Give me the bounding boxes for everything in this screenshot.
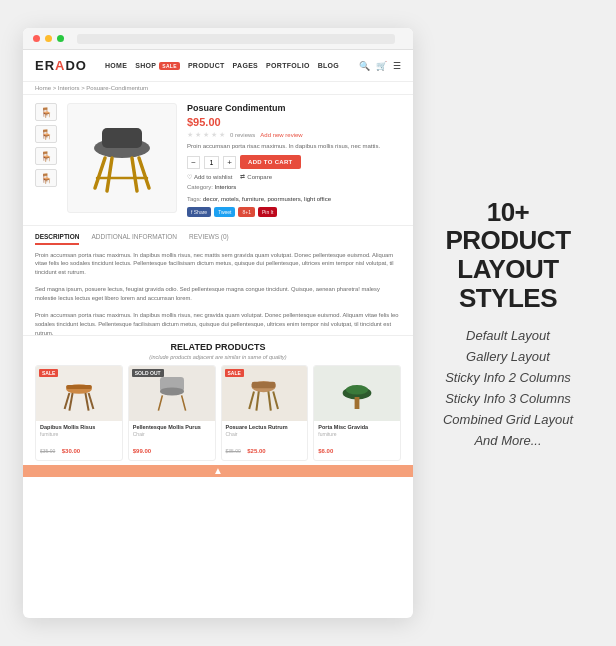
right-panel: 10+ PRODUCT LAYOUT STYLES Default Layout… bbox=[413, 178, 603, 468]
product-tags: Tags: decor, motels, furniture, poormust… bbox=[187, 195, 401, 205]
related-old-price-3: $35.00 bbox=[226, 448, 241, 454]
related-name-2: Pellentesque Mollis Purus bbox=[133, 424, 211, 431]
related-info-4: Porta Misc Gravida furniture $6.00 bbox=[314, 421, 400, 460]
main-nav: HOME SHOP SALE PRODUCT PAGES PORTFOLIO B… bbox=[105, 62, 349, 69]
browser-content: ERADO HOME SHOP SALE PRODUCT PAGES PORTF… bbox=[23, 50, 413, 618]
scroll-up-arrow[interactable]: ▲ bbox=[213, 465, 223, 476]
related-card-4[interactable]: Porta Misc Gravida furniture $6.00 bbox=[313, 365, 401, 461]
twitter-share[interactable]: Tweet bbox=[214, 207, 235, 217]
thumb-4[interactable]: 🪑 bbox=[35, 169, 57, 187]
thumb-2[interactable]: 🪑 bbox=[35, 125, 57, 143]
quantity-row: − 1 + ADD TO CART bbox=[187, 155, 401, 169]
pinterest-share[interactable]: Pin It bbox=[258, 207, 277, 217]
search-icon[interactable]: 🔍 bbox=[359, 61, 370, 71]
heart-icon: ♡ bbox=[187, 173, 192, 180]
category-value[interactable]: Interiors bbox=[215, 184, 237, 190]
nav-home[interactable]: HOME bbox=[105, 62, 127, 69]
sale-badge-3: SALE bbox=[225, 369, 244, 377]
logo-highlight: A bbox=[55, 58, 65, 73]
svg-line-3 bbox=[139, 158, 149, 188]
dot-yellow bbox=[45, 35, 52, 42]
breadcrumb: Home > Interiors > Posuare-Condimentum bbox=[23, 82, 413, 95]
related-img-2: SOLD OUT bbox=[129, 366, 215, 421]
browser-url-bar bbox=[77, 34, 395, 44]
add-to-cart-button[interactable]: ADD TO CART bbox=[240, 155, 301, 169]
compare-icon: ⇄ bbox=[240, 173, 245, 180]
tab-reviews[interactable]: REVIEWS (0) bbox=[189, 233, 229, 245]
svg-line-9 bbox=[64, 393, 69, 409]
svg-line-5 bbox=[132, 158, 137, 191]
nav-product[interactable]: PRODUCT bbox=[188, 62, 225, 69]
cart-icon[interactable]: 🛒 bbox=[376, 61, 387, 71]
related-card-3[interactable]: SALE Posuare Lectus Rutrum bbox=[221, 365, 309, 461]
qty-plus[interactable]: + bbox=[223, 156, 236, 169]
svg-rect-8 bbox=[66, 385, 92, 389]
nav-pages[interactable]: PAGES bbox=[233, 62, 259, 69]
breadcrumb-text: Home > Interiors > Posuare-Condimentum bbox=[35, 85, 148, 91]
product-info: Posuare Condimentum $95.00 ★ ★ ★ ★ ★ 0 r… bbox=[187, 103, 401, 217]
related-card-1[interactable]: SALE Dapibus Mollis Risus bbox=[35, 365, 123, 461]
related-price-row-4: $6.00 bbox=[318, 439, 396, 457]
product-category: Category: Interiors bbox=[187, 183, 401, 193]
add-review-link[interactable]: Add new review bbox=[260, 132, 302, 138]
tab-description[interactable]: DESCRIPTION bbox=[35, 233, 79, 245]
social-share-row: f Share Tweet 8+1 Pin It bbox=[187, 207, 401, 217]
svg-line-15 bbox=[158, 395, 162, 410]
related-product-svg-1 bbox=[55, 369, 103, 417]
related-info-2: Pellentesque Mollis Purus Chair $99.00 bbox=[129, 421, 215, 460]
related-name-3: Posuare Lectus Rutrum bbox=[226, 424, 304, 431]
related-subtitle2-3: Chair bbox=[226, 431, 304, 437]
sold-out-badge-2: SOLD OUT bbox=[132, 369, 164, 377]
product-title: Posuare Condimentum bbox=[187, 103, 401, 113]
google-plus-share[interactable]: 8+1 bbox=[238, 207, 254, 217]
related-product-svg-3 bbox=[242, 369, 286, 417]
wishlist-compare-row: ♡ Add to wishlist ⇄ Compare bbox=[187, 173, 401, 180]
shop-badge: SALE bbox=[159, 62, 180, 70]
headline: 10+ PRODUCT LAYOUT STYLES bbox=[423, 198, 593, 312]
related-price-row-2: $99.00 bbox=[133, 439, 211, 457]
review-count: 0 reviews bbox=[230, 132, 255, 138]
thumb-3[interactable]: 🪑 bbox=[35, 147, 57, 165]
add-to-wishlist[interactable]: ♡ Add to wishlist bbox=[187, 173, 232, 180]
dot-green bbox=[57, 35, 64, 42]
svg-line-21 bbox=[257, 391, 259, 410]
chair-svg bbox=[77, 113, 167, 203]
product-description: Proin accumsan porta risac maximus. In d… bbox=[187, 142, 401, 150]
nav-shop[interactable]: SHOP SALE bbox=[135, 62, 180, 69]
svg-rect-25 bbox=[355, 397, 360, 409]
star-4: ★ bbox=[211, 131, 217, 139]
related-price-2: $99.00 bbox=[133, 448, 151, 454]
star-2: ★ bbox=[195, 131, 201, 139]
site-footer: ▲ bbox=[23, 465, 413, 477]
product-rating: ★ ★ ★ ★ ★ 0 reviews Add new review bbox=[187, 131, 401, 139]
qty-minus[interactable]: − bbox=[187, 156, 200, 169]
related-card-2[interactable]: SOLD OUT Pellentesque Mollis Purus Chair bbox=[128, 365, 216, 461]
layout-item-5: Combined Grid Layout bbox=[443, 412, 573, 427]
svg-point-24 bbox=[346, 385, 368, 395]
svg-line-2 bbox=[95, 158, 105, 188]
related-name-1: Dapibus Mollis Risus bbox=[40, 424, 118, 431]
browser-mockup: ERADO HOME SHOP SALE PRODUCT PAGES PORTF… bbox=[23, 28, 413, 618]
tab-additional-info[interactable]: ADDITIONAL INFORMATION bbox=[91, 233, 177, 245]
facebook-share[interactable]: f Share bbox=[187, 207, 211, 217]
outer-wrapper: ERADO HOME SHOP SALE PRODUCT PAGES PORTF… bbox=[0, 0, 616, 646]
related-title: RELATED PRODUCTS bbox=[35, 342, 401, 352]
nav-portfolio[interactable]: PORTFOLIO bbox=[266, 62, 310, 69]
svg-line-22 bbox=[269, 391, 271, 410]
browser-bar bbox=[23, 28, 413, 50]
compare-button[interactable]: ⇄ Compare bbox=[240, 173, 272, 180]
svg-line-4 bbox=[107, 158, 112, 191]
related-price-1: $30.00 bbox=[62, 448, 80, 454]
qty-value[interactable]: 1 bbox=[204, 156, 219, 169]
svg-rect-1 bbox=[102, 128, 142, 148]
nav-blog[interactable]: BLOG bbox=[318, 62, 339, 69]
thumb-1[interactable]: 🪑 bbox=[35, 103, 57, 121]
menu-icon[interactable]: ☰ bbox=[393, 61, 401, 71]
layout-list: Default Layout Gallery Layout Sticky Inf… bbox=[423, 328, 593, 448]
header-icons: 🔍 🛒 ☰ bbox=[359, 61, 401, 71]
related-img-4 bbox=[314, 366, 400, 421]
layout-item-2: Gallery Layout bbox=[466, 349, 550, 364]
layout-item-4: Sticky Info 3 Columns bbox=[445, 391, 571, 406]
tab-para-1: Proin accumsan porta risac maximus. In d… bbox=[35, 251, 401, 277]
related-info-1: Dapibus Mollis Risus furniture $35.00 $3… bbox=[36, 421, 122, 460]
